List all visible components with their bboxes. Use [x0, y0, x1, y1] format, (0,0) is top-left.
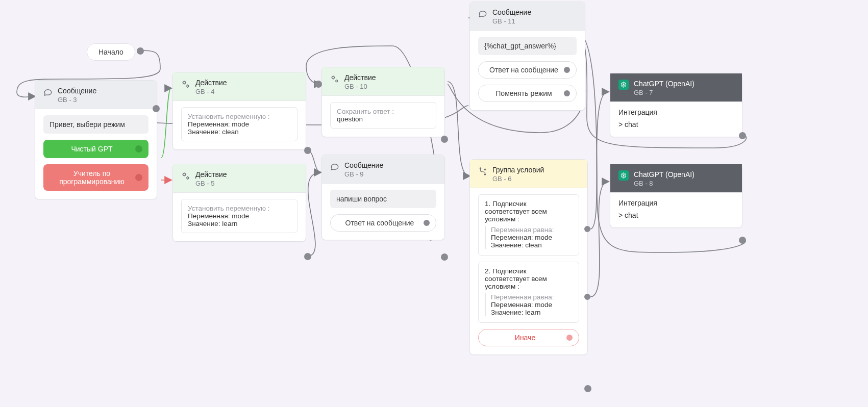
message-text: напиши вопрос	[330, 190, 436, 208]
integration-path: > chat	[618, 120, 734, 129]
node-gb4-output-port[interactable]	[304, 147, 311, 154]
node-title: Сообщение	[344, 161, 383, 169]
svg-point-4	[332, 77, 335, 79]
gb8-output-port[interactable]	[739, 237, 746, 244]
node-subtitle: GB - 5	[195, 180, 227, 187]
gears-icon	[181, 171, 190, 181]
node-gb9[interactable]: Сообщение GB - 9 напиши вопрос Ответ на …	[321, 155, 445, 240]
output-port[interactable]	[566, 335, 573, 341]
node-gb4[interactable]: Действие GB - 4 Установить переменную : …	[172, 72, 306, 150]
node-gb10-input-port[interactable]	[315, 81, 322, 88]
clean-gpt-button[interactable]: Чистый GPT	[43, 140, 148, 158]
reply-pill[interactable]: Ответ на сообщение	[478, 61, 577, 79]
node-header: ChatGPT (OpenAI) GB - 7	[610, 73, 742, 102]
integration-path: > chat	[618, 211, 734, 219]
start-label: Начало	[98, 48, 123, 56]
node-header: Группа условий GB - 6	[470, 160, 587, 188]
node-gb6[interactable]: Группа условий GB - 6 1. Подписчик соотв…	[469, 159, 588, 355]
node-gb11[interactable]: Сообщение GB - 11 {%chat_gpt_answer%} От…	[469, 2, 585, 111]
node-gb8[interactable]: ChatGPT (OpenAI) GB - 8 Интеграция > cha…	[610, 164, 742, 228]
svg-point-1	[187, 85, 189, 87]
condition-2: 2. Подписчик соответствует всем условиям…	[478, 262, 579, 323]
svg-point-3	[187, 177, 189, 179]
node-title: Сообщение	[492, 8, 531, 16]
node-title: ChatGPT (OpenAI)	[634, 80, 695, 88]
action-details: Установить переменную : Переменная: mode…	[181, 107, 297, 141]
gb7-output-port[interactable]	[739, 132, 746, 139]
openai-icon	[618, 80, 629, 90]
node-gb7[interactable]: ChatGPT (OpenAI) GB - 7 Интеграция > cha…	[610, 73, 742, 137]
output-port[interactable]	[135, 145, 142, 152]
integration-label: Интеграция	[618, 108, 734, 116]
node-title: Действие	[195, 170, 227, 179]
chat-icon	[478, 9, 487, 18]
flow-canvas[interactable]: Начало Сообщение GB - 3 Привет, выбери р…	[0, 0, 868, 407]
switch-mode-pill[interactable]: Поменять режим	[478, 85, 577, 102]
node-title: Действие	[344, 73, 376, 82]
node-subtitle: GB - 6	[492, 175, 544, 183]
chat-icon	[330, 162, 339, 171]
action-details: Сохранить ответ : question	[330, 102, 436, 129]
action-details: Установить переменную : Переменная: mode…	[181, 199, 297, 233]
node-header: Сообщение GB - 11	[470, 2, 585, 31]
node-subtitle: GB - 11	[492, 17, 531, 25]
node-subtitle: GB - 10	[344, 83, 376, 90]
node-subtitle: GB - 7	[634, 89, 695, 96]
condition-1: 1. Подписчик соответствует всем условиям…	[478, 194, 579, 256]
output-port[interactable]	[135, 174, 142, 181]
node-header: Сообщение GB - 9	[322, 155, 444, 184]
integration-label: Интеграция	[618, 199, 734, 207]
node-title: ChatGPT (OpenAI)	[634, 170, 695, 179]
node-title: Действие	[195, 79, 227, 87]
chat-icon	[43, 88, 53, 97]
node-subtitle: GB - 8	[634, 180, 695, 187]
node-header: Действие GB - 5	[173, 164, 306, 193]
start-output-port[interactable]	[137, 47, 144, 55]
node-gb5-output-port[interactable]	[304, 253, 311, 260]
output-port[interactable]	[564, 90, 570, 96]
node-gb3-output-port[interactable]	[153, 105, 160, 112]
node-gb5[interactable]: Действие GB - 5 Установить переменную : …	[172, 164, 306, 242]
gears-icon	[181, 80, 190, 89]
gears-icon	[330, 74, 339, 84]
node-header: ChatGPT (OpenAI) GB - 8	[610, 164, 742, 193]
svg-point-2	[183, 173, 186, 176]
node-gb10-output-port[interactable]	[441, 136, 448, 143]
node-gb3[interactable]: Сообщение GB - 3 Привет, выбери режим Чи…	[35, 80, 157, 199]
node-header: Действие GB - 10	[322, 67, 444, 96]
node-subtitle: GB - 3	[58, 96, 96, 104]
teacher-button[interactable]: Учитель по программированию	[43, 164, 148, 191]
gb6-cond1-port[interactable]	[584, 226, 590, 232]
gb6-cond2-port[interactable]	[584, 294, 590, 300]
node-title: Сообщение	[58, 87, 96, 95]
node-subtitle: GB - 9	[344, 170, 383, 178]
node-header: Сообщение GB - 3	[35, 81, 157, 109]
node-gb9-output-port[interactable]	[441, 253, 448, 261]
branch-icon	[478, 167, 487, 176]
node-subtitle: GB - 4	[195, 88, 227, 95]
node-gb10[interactable]: Действие GB - 10 Сохранить ответ : quest…	[321, 67, 445, 137]
svg-point-8	[484, 169, 485, 170]
else-pill[interactable]: Иначе	[478, 329, 579, 346]
gb6-bottom-port[interactable]	[584, 385, 591, 392]
start-node[interactable]: Начало	[87, 43, 135, 61]
svg-point-5	[336, 80, 338, 82]
svg-point-0	[183, 82, 186, 84]
openai-icon	[618, 170, 629, 181]
message-text: Привет, выбери режим	[43, 115, 148, 134]
output-port[interactable]	[564, 67, 570, 73]
node-header: Действие GB - 4	[173, 72, 306, 101]
message-text: {%chat_gpt_answer%}	[478, 37, 577, 55]
output-port[interactable]	[424, 220, 430, 226]
reply-pill[interactable]: Ответ на сообщение	[330, 214, 436, 232]
node-title: Группа условий	[492, 166, 544, 174]
